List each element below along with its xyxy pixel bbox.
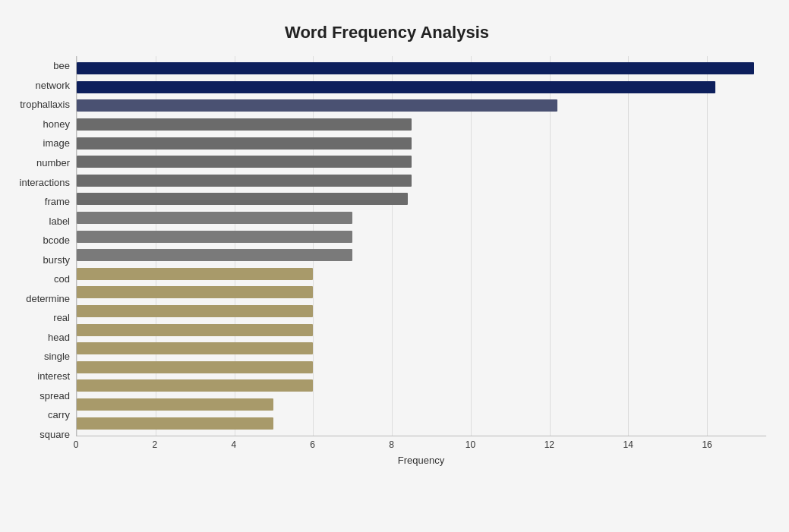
x-axis-label: Frequency — [76, 455, 766, 466]
bar-row — [77, 415, 766, 432]
bar-row — [77, 79, 766, 96]
bar-row — [77, 303, 766, 320]
y-label: label — [49, 212, 70, 229]
chart-container: Word Frequency Analysis beenetworktropha… — [0, 0, 789, 532]
x-tick-label: 8 — [389, 439, 394, 450]
y-label: interest — [37, 368, 70, 385]
bar-row — [77, 247, 766, 263]
bar-row — [77, 116, 766, 133]
bar-row — [77, 153, 766, 170]
x-tick-label: 12 — [544, 439, 554, 450]
y-axis: beenetworktrophallaxishoneyimagenumberin… — [8, 56, 76, 467]
bar-row — [77, 209, 766, 226]
bar — [77, 193, 408, 205]
bar-row — [77, 340, 766, 357]
bar — [77, 156, 412, 168]
bar — [77, 268, 313, 280]
bar-row — [77, 359, 766, 376]
chart-title: Word Frequency Analysis — [8, 15, 766, 42]
bar-row — [77, 97, 766, 114]
x-tick-label: 14 — [623, 439, 633, 450]
bar — [77, 175, 412, 187]
bar — [77, 249, 352, 261]
x-tick-label: 0 — [74, 439, 79, 450]
y-label: determine — [26, 290, 70, 307]
chart-area: beenetworktrophallaxishoneyimagenumberin… — [8, 56, 766, 467]
bar — [77, 62, 754, 74]
y-label: single — [44, 348, 70, 365]
y-label: number — [36, 155, 70, 172]
bar — [77, 286, 313, 298]
x-tick-label: 2 — [153, 439, 158, 450]
y-label: real — [53, 310, 70, 326]
bar — [77, 305, 313, 317]
bar-row — [77, 377, 766, 394]
bar — [77, 99, 557, 112]
y-label: carry — [48, 407, 70, 423]
bars-section — [76, 56, 766, 436]
bar — [77, 342, 313, 354]
bar — [77, 398, 273, 411]
x-tick-label: 10 — [466, 439, 475, 450]
y-label: bcode — [43, 232, 70, 249]
bar — [77, 361, 313, 373]
bar-row — [77, 172, 766, 189]
bar-row — [77, 322, 766, 338]
bars-inner — [77, 56, 766, 436]
x-axis: 0246810121416 Frequency — [76, 436, 766, 467]
bar — [77, 118, 412, 131]
bar — [77, 137, 412, 150]
bar-row — [77, 396, 766, 413]
y-label: bursty — [43, 251, 70, 268]
y-label: trophallaxis — [20, 96, 70, 113]
bar — [77, 231, 352, 243]
y-label: frame — [45, 194, 70, 210]
y-label: image — [43, 135, 70, 152]
bar-row — [77, 190, 766, 207]
bar-row — [77, 284, 766, 301]
y-label: square — [39, 426, 70, 442]
bar — [77, 379, 313, 392]
bar-row — [77, 60, 766, 77]
y-label: network — [35, 77, 70, 93]
bar — [77, 81, 715, 93]
x-tick-label: 4 — [231, 439, 236, 450]
bar-row — [77, 228, 766, 245]
x-tick-label: 6 — [310, 439, 315, 450]
bar-row — [77, 266, 766, 282]
x-tick-label: 16 — [702, 439, 712, 450]
bars-and-x: 0246810121416 Frequency — [76, 56, 766, 467]
y-label: bee — [53, 58, 70, 74]
y-label: head — [48, 329, 70, 345]
y-label: interactions — [20, 174, 70, 190]
bar — [77, 417, 273, 430]
bar — [77, 324, 313, 336]
y-label: spread — [39, 387, 70, 404]
bar-row — [77, 135, 766, 152]
y-label: cod — [54, 271, 70, 288]
y-label: honey — [43, 115, 70, 132]
x-ticks: 0246810121416 — [76, 436, 766, 452]
bar — [77, 212, 352, 224]
